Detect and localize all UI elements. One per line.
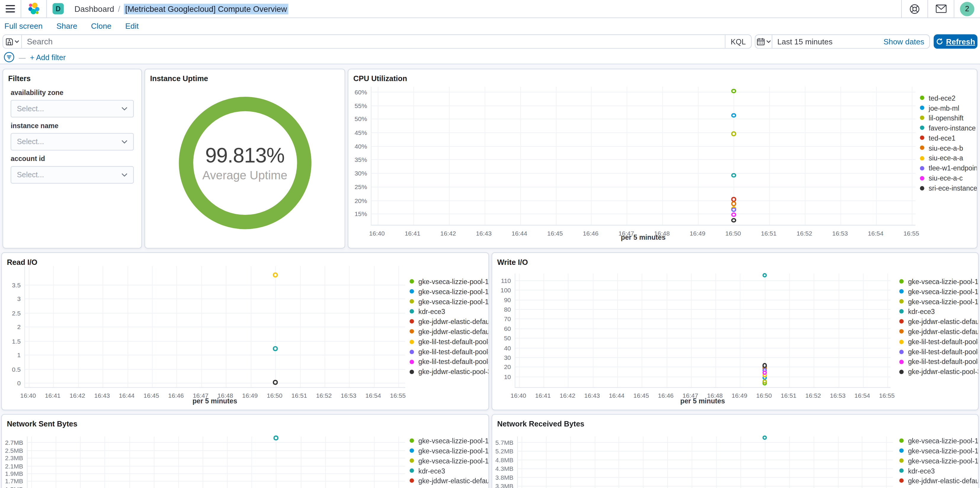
legend-dot-icon [899, 289, 904, 293]
x-axis-tick-label: 16:41 [405, 230, 420, 237]
legend-item[interactable]: gke-vseca-lizzie-pool-1-c417... [899, 447, 979, 454]
legend-item[interactable]: gke-lil-test-default-pool-c1e... [899, 358, 979, 365]
add-filter-link[interactable]: + Add filter [30, 53, 65, 62]
elastic-home[interactable] [21, 0, 46, 17]
legend-item[interactable]: gke-vseca-lizzie-pool-1-1877... [899, 437, 979, 444]
legend-item[interactable]: siu-ece-a-b [920, 144, 977, 151]
filter-menu-icon[interactable] [4, 52, 14, 62]
legend-item[interactable]: favero-instance [920, 125, 977, 132]
legend-label: gke-jddwr-elastic-default-po... [908, 328, 978, 335]
gridline [568, 273, 569, 387]
legend-label: kdr-ece3 [908, 308, 935, 315]
legend-item[interactable]: gke-jddwr-elastic-default-po... [410, 328, 489, 335]
instance-name-select[interactable]: Select... [11, 133, 134, 151]
breadcrumb-dashboard[interactable]: Dashboard [75, 4, 114, 14]
legend-item[interactable]: siu-ece-a-a [920, 154, 977, 161]
legend-label: gke-jddwr-elastic-default-po... [418, 477, 489, 485]
edit-link[interactable]: Edit [125, 22, 138, 31]
legend-label: siu-ece-a-c [929, 174, 963, 182]
filter-separator: — [19, 53, 25, 61]
search-input[interactable] [22, 37, 725, 46]
legend-item[interactable]: gke-jddwr-elastic-default-po... [410, 318, 489, 325]
legend-item[interactable]: gke-vseca-lizzie-pool-1-1877... [410, 437, 489, 444]
legend-item[interactable]: gke-vseca-lizzie-pool-1-630... [899, 457, 979, 464]
legend-item[interactable]: gke-vseca-lizzie-pool-1-c417... [410, 288, 489, 295]
legend-item[interactable]: gke-jddwr-elastic-pool-3-74... [410, 368, 489, 375]
panel-read-io: Read I/O gke-vseca-lizzie-pool-1-1877...… [1, 252, 489, 410]
full-screen-link[interactable]: Full screen [5, 22, 43, 31]
legend-item[interactable]: gke-vseca-lizzie-pool-1-1877... [899, 278, 979, 285]
gridline [177, 266, 177, 387]
availability-zone-select[interactable]: Select... [11, 100, 134, 117]
x-axis-tick-label: 16:51 [781, 392, 797, 399]
legend-item[interactable]: gke-jddwr-elastic-default-po... [899, 318, 979, 325]
legend-label: ted-ece1 [929, 134, 955, 141]
legend-item[interactable]: gke-jddwr-elastic-pool-3-74... [899, 368, 979, 375]
legend-label: gke-lil-test-default-pool-c1e... [418, 358, 489, 366]
legend-item[interactable]: gke-lil-test-default-pool-c1e... [410, 348, 489, 355]
legend-item[interactable]: gke-jddwr-elastic-default-po... [899, 328, 979, 335]
x-axis-tick-label: 16:49 [732, 392, 748, 399]
x-axis-label: per 5 minutes [192, 397, 237, 404]
gridline [515, 319, 891, 319]
legend-item[interactable]: siu-ece-a-c [920, 174, 977, 181]
legend-item[interactable]: gke-vseca-lizzie-pool-1-1877... [410, 278, 489, 285]
legend-item[interactable]: sri-ece-instance [920, 185, 977, 192]
filter-field-account-id: account id Select... [11, 155, 134, 184]
legend-label: kdr-ece3 [418, 467, 445, 474]
space-badge[interactable]: D [52, 3, 64, 14]
clone-link[interactable]: Clone [91, 22, 111, 31]
legend-item[interactable]: gke-jddwr-elastic-default-po... [899, 477, 979, 484]
avatar[interactable]: 2 [960, 2, 974, 16]
saved-query-menu[interactable] [3, 35, 22, 48]
legend-item[interactable]: tlee-w1-endpoint [920, 165, 977, 171]
legend-item[interactable]: joe-mb-ml [920, 105, 977, 111]
time-range-value[interactable]: Last 15 minutes [772, 37, 883, 46]
y-axis-tick-label: 2.3MB [1, 455, 23, 461]
legend-item[interactable]: gke-vseca-lizzie-pool-1-630... [899, 298, 979, 305]
gridline [814, 273, 815, 387]
legend-item[interactable]: gke-lil-test-default-pool-c1e... [410, 338, 489, 345]
legend-item[interactable]: kdr-ece3 [899, 308, 979, 315]
legend-item[interactable]: lil-openshift [920, 114, 977, 121]
gridline [105, 437, 105, 488]
menu-toggle[interactable] [0, 0, 21, 17]
share-link[interactable]: Share [56, 22, 77, 31]
y-axis-tick-label: 2.7MB [1, 439, 23, 446]
show-dates-link[interactable]: Show dates [883, 37, 929, 46]
query-language-button[interactable]: KQL [725, 35, 751, 48]
y-axis-tick-label: 1 [1, 352, 21, 358]
legend-item[interactable]: kdr-ece3 [410, 308, 489, 315]
gridline [698, 87, 699, 225]
legend-item[interactable]: gke-lil-test-default-pool-c1e... [899, 348, 979, 355]
y-axis-tick-label: 3.5 [1, 282, 21, 288]
space-selector[interactable]: D [47, 0, 69, 17]
legend-item[interactable]: gke-jddwr-elastic-default-po... [410, 477, 489, 484]
legend-item[interactable]: gke-vseca-lizzie-pool-1-630... [410, 298, 489, 305]
data-point [762, 435, 767, 440]
data-point [731, 212, 736, 217]
legend-item[interactable]: gke-lil-test-default-pool-c1e... [899, 338, 979, 345]
newsfeed-button[interactable] [928, 0, 954, 17]
gridline [515, 338, 891, 339]
legend-item[interactable]: gke-vseca-lizzie-pool-1-c417... [899, 288, 979, 295]
legend-item[interactable]: kdr-ece3 [410, 467, 489, 474]
legend-item[interactable]: gke-vseca-lizzie-pool-1-c417... [410, 447, 489, 454]
account-id-select[interactable]: Select... [11, 166, 134, 184]
legend-item[interactable]: ted-ece1 [920, 135, 977, 141]
page-title[interactable]: [Metricbeat Googlecloud] Compute Overvie… [124, 3, 288, 14]
date-quick-select[interactable] [756, 35, 772, 48]
elastic-logo-icon [27, 2, 41, 15]
refresh-button[interactable]: Refresh [934, 34, 978, 49]
user-menu[interactable]: 2 [954, 0, 980, 17]
legend-item[interactable]: gke-vseca-lizzie-pool-1-630... [410, 457, 489, 464]
gridline [789, 437, 790, 488]
hamburger-icon[interactable] [6, 5, 15, 13]
help-button[interactable] [902, 0, 928, 17]
legend-dot-icon [899, 458, 904, 463]
legend-item[interactable]: ted-ece2 [920, 94, 977, 101]
gridline [129, 437, 130, 488]
legend-item[interactable]: gke-lil-test-default-pool-c1e... [410, 358, 489, 365]
gridline [515, 347, 891, 348]
legend-item[interactable]: kdr-ece3 [899, 467, 979, 474]
